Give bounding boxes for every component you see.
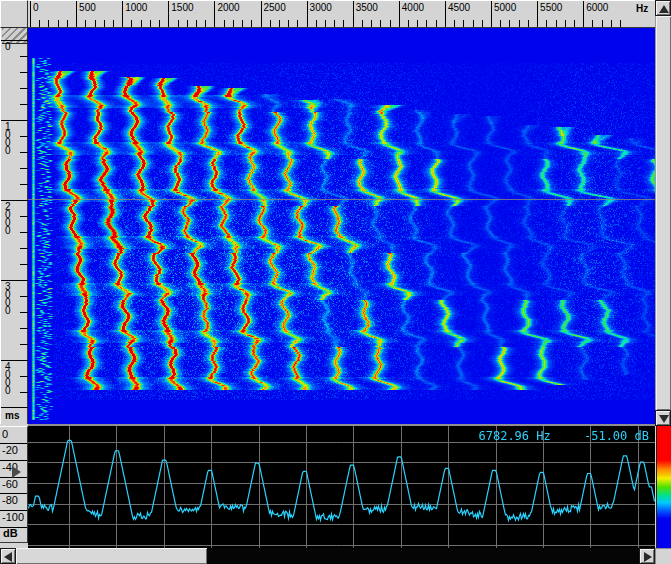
freq-major-tick [30,1,31,27]
time-minor-tick [20,88,28,89]
freq-minor-tick [233,20,234,27]
scroll-left-button[interactable] [0,548,16,564]
freq-tick-label: 0 [33,2,39,13]
freq-tick-label: 4500 [448,2,470,13]
freq-minor-tick [297,20,298,27]
level-readout: -51.00 dB [584,429,649,443]
freq-minor-tick [417,20,418,27]
freq-minor-tick [251,20,252,27]
left-arrow-icon [4,552,12,562]
time-tick-label: 4 0 0 0 [5,363,11,395]
freq-minor-tick [325,20,326,27]
freq-minor-tick [141,20,142,27]
spectrum-canvas[interactable] [28,426,655,548]
time-tick-label: 3 0 0 0 [5,283,11,315]
intensity-colorbar [656,426,671,548]
time-minor-tick [20,392,28,393]
freq-minor-tick [482,20,483,27]
freq-minor-tick [371,20,372,27]
freq-minor-tick [454,20,455,27]
freq-tick-label: 5000 [494,2,516,13]
scroll-up-button[interactable] [655,0,671,16]
freq-minor-tick [592,20,593,27]
freq-minor-tick [187,20,188,27]
freq-tick-label: 1500 [171,2,193,13]
freq-minor-tick [620,20,621,27]
freq-minor-tick [58,20,59,27]
time-minor-tick [20,344,28,345]
freq-minor-tick [426,20,427,27]
time-minor-tick [20,296,28,297]
freq-minor-tick [556,20,557,27]
time-tick-label: 0 [5,43,11,51]
freq-minor-tick [131,20,132,27]
freq-minor-tick [113,20,114,27]
time-minor-tick [20,376,28,377]
time-unit-label: ms [5,410,19,421]
freq-minor-tick [500,20,501,27]
frequency-readout: 6782.96 Hz [478,429,550,443]
db-unit-label: dB [3,528,18,539]
freq-tick-label: 2000 [217,2,239,13]
freq-tick-label: 3500 [356,2,378,13]
freq-minor-tick [178,20,179,27]
freq-minor-tick [159,20,160,27]
freq-major-tick [214,1,215,27]
freq-minor-tick [48,20,49,27]
right-arrow-icon [644,552,652,562]
freq-minor-tick [279,20,280,27]
freq-tick-label: 3000 [310,2,332,13]
freq-major-tick [491,1,492,27]
vertical-scrollbar-thumb[interactable] [655,16,671,410]
freq-minor-tick [85,20,86,27]
freq-minor-tick [242,20,243,27]
freq-minor-tick [473,20,474,27]
freq-minor-tick [519,20,520,27]
horizontal-scrollbar-thumb[interactable] [16,548,207,564]
freq-minor-tick [196,20,197,27]
time-minor-tick [20,56,28,57]
db-tick-label: -60 [2,479,18,490]
freq-major-tick [168,1,169,27]
freq-minor-tick [380,20,381,27]
freq-minor-tick [316,20,317,27]
freq-minor-tick [602,20,603,27]
time-minor-tick [20,264,28,265]
scroll-right-button[interactable] [639,548,655,564]
freq-tick-label: 6000 [586,2,608,13]
time-minor-tick [20,184,28,185]
frequency-unit-label: Hz [636,3,648,14]
horizontal-scrollbar[interactable] [0,548,655,564]
freq-minor-tick [565,20,566,27]
time-minor-tick [20,104,28,105]
db-ruler: dB 0-20-40-60-80-100 [0,426,28,543]
freq-minor-tick [67,20,68,27]
freq-tick-label: 2500 [264,2,286,13]
freq-minor-tick [362,20,363,27]
freq-minor-tick [343,20,344,27]
freq-minor-tick [611,20,612,27]
level-marker-icon [12,466,21,478]
freq-minor-tick [390,20,391,27]
freq-tick-label: 4000 [402,2,424,13]
freq-major-tick [583,1,584,27]
freq-minor-tick [546,20,547,27]
scroll-down-button[interactable] [655,410,671,426]
freq-minor-tick [288,20,289,27]
freq-minor-tick [95,20,96,27]
time-minor-tick [20,232,28,233]
freq-minor-tick [334,20,335,27]
freq-minor-tick [528,20,529,27]
time-minor-tick [20,136,28,137]
spectrogram-canvas[interactable] [28,28,655,424]
up-arrow-icon [659,5,669,13]
vertical-scrollbar[interactable] [655,0,671,426]
scrollbar-corner [655,548,671,564]
freq-tick-label: 5500 [540,2,562,13]
freq-minor-tick [150,20,151,27]
db-tick [0,527,27,528]
time-minor-tick [20,72,28,73]
freq-tick-label: 1000 [125,2,147,13]
freq-minor-tick [509,20,510,27]
freq-minor-tick [436,20,437,27]
